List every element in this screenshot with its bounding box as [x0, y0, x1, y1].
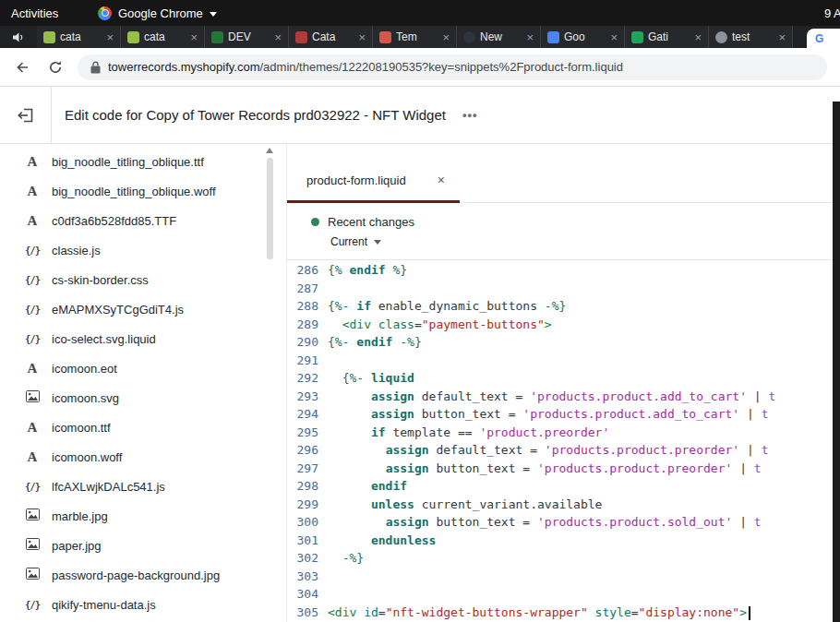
file-list-item[interactable]: Aicomoon.woff: [0, 442, 286, 472]
code-line-row: 291: [287, 352, 840, 370]
tab-close-icon[interactable]: ×: [274, 31, 282, 43]
font-icon: A: [24, 420, 41, 436]
file-list-item[interactable]: {/}cs-skin-border.css: [0, 265, 286, 294]
browser-tab-active-partial[interactable]: G: [807, 29, 840, 48]
tab-title: Cata: [312, 30, 354, 43]
browser-toolbar: towerrecords.myshopify.com/admin/themes/…: [0, 48, 840, 87]
reload-button[interactable]: [44, 56, 66, 78]
scrollbar-thumb[interactable]: [267, 158, 273, 259]
line-number: 305: [287, 604, 328, 622]
code-line-row: 300 assign button_text = 'products.produ…: [287, 513, 840, 532]
file-name: classie.js: [52, 244, 101, 257]
code-line[interactable]: <div class="payment-buttons">: [328, 316, 840, 334]
file-list-item[interactable]: Abig_noodle_titling_oblique.ttf: [0, 147, 286, 176]
file-list-item[interactable]: {/}qikify-tmenu-data.js: [0, 590, 286, 619]
tab-close-icon[interactable]: ×: [106, 31, 114, 43]
file-list-item[interactable]: {/}classie.js: [0, 235, 286, 265]
url-path: /admin/themes/122208190535?key=snippets%…: [259, 60, 623, 74]
line-number: 287: [287, 280, 328, 298]
scroll-up-icon[interactable]: [266, 148, 273, 153]
code-line[interactable]: assign button_text = 'products.product.s…: [328, 513, 840, 532]
page-scrollbar[interactable]: [833, 102, 840, 622]
browser-tab[interactable]: DEV×: [205, 26, 289, 48]
code-line[interactable]: [328, 585, 840, 604]
address-bar[interactable]: towerrecords.myshopify.com/admin/themes/…: [78, 54, 827, 80]
tab-close-icon[interactable]: ×: [442, 31, 450, 43]
browser-tab[interactable]: cata×: [37, 26, 121, 48]
line-number: 290: [287, 333, 328, 352]
tab-close-icon[interactable]: ×: [190, 31, 198, 43]
code-line[interactable]: assign default_text = 'products.product.…: [328, 388, 840, 406]
file-list-item[interactable]: Ac0df3a6b528fdd85.TTF: [0, 206, 286, 235]
tab-audio-icon[interactable]: [0, 26, 37, 48]
app-title-menu[interactable]: Google Chrome: [98, 6, 217, 20]
code-line[interactable]: endif: [328, 477, 840, 496]
file-list-item[interactable]: Aicomoon.eot: [0, 353, 286, 383]
code-line[interactable]: [328, 352, 840, 370]
browser-tab[interactable]: cata×: [121, 26, 205, 48]
code-line[interactable]: <div id="nft-widget-buttons-wrapper" sty…: [328, 604, 840, 622]
browser-tab[interactable]: Cata×: [289, 26, 373, 48]
browser-tab[interactable]: Tem×: [373, 26, 457, 48]
code-editor[interactable]: 286{% endif %}287288{%- if enable_dynami…: [287, 261, 840, 622]
shopify-favicon: [43, 31, 55, 43]
code-line[interactable]: assign default_text = 'products.product.…: [328, 441, 840, 460]
editor-file-tab[interactable]: product-form.liquid ×: [287, 160, 460, 203]
page-header: Edit code for Copy of Tower Records prd0…: [0, 87, 840, 144]
sidebar-scrollbar[interactable]: [265, 148, 274, 259]
text-cursor: [749, 606, 750, 620]
file-list-item[interactable]: Aicomoon.ttf: [0, 413, 286, 442]
version-dropdown[interactable]: Current: [330, 235, 840, 248]
code-line[interactable]: endunless: [328, 532, 840, 550]
code-line[interactable]: if template == 'product.preorder': [328, 424, 840, 442]
code-line[interactable]: [328, 568, 840, 586]
browser-tab[interactable]: New×: [457, 26, 541, 48]
browser-tab[interactable]: Goo×: [541, 26, 625, 48]
code-icon: {/}: [24, 333, 41, 344]
tab-close-icon[interactable]: ×: [610, 31, 618, 43]
code-icon: {/}: [24, 245, 41, 256]
tab-close-icon[interactable]: ×: [694, 31, 702, 43]
file-name: ico-select.svg.liquid: [52, 332, 156, 346]
code-line[interactable]: [328, 280, 840, 298]
url-text: towerrecords.myshopify.com/admin/themes/…: [108, 60, 623, 74]
editor-tab-close-icon[interactable]: ×: [438, 173, 445, 187]
font-icon: A: [24, 154, 41, 170]
file-list-item[interactable]: {/}eMAPMXSyTCgGdiT4.js: [0, 294, 286, 324]
code-line[interactable]: assign button_text = 'products.product.p…: [328, 460, 840, 478]
code-line[interactable]: {%- if enable_dynamic_buttons -%}: [328, 297, 840, 316]
file-list-item[interactable]: marble.jpg: [0, 501, 286, 531]
line-number: 297: [287, 460, 328, 478]
code-line[interactable]: {% endif %}: [328, 261, 840, 280]
code-icon: {/}: [24, 481, 41, 492]
tab-close-icon[interactable]: ×: [778, 31, 786, 43]
file-list-item[interactable]: Abig_noodle_titling_oblique.woff: [0, 176, 286, 206]
code-line[interactable]: assign button_text = 'products.product.a…: [328, 405, 840, 424]
google-ads-favicon: [547, 31, 559, 43]
more-actions-button[interactable]: •••: [462, 108, 478, 122]
file-list-item[interactable]: password-page-background.jpg: [0, 560, 286, 590]
code-line-row: 287: [287, 280, 840, 298]
line-number: 288: [287, 297, 328, 316]
file-list-item[interactable]: paper.jpg: [0, 531, 286, 560]
file-name: big_noodle_titling_oblique.ttf: [52, 155, 204, 169]
file-name: cs-skin-border.css: [52, 273, 149, 287]
browser-tab[interactable]: Gati×: [625, 26, 709, 48]
activities-button[interactable]: Activities: [11, 6, 58, 20]
back-button[interactable]: [11, 56, 33, 78]
code-line[interactable]: unless current_variant.available: [328, 496, 840, 514]
file-list-item[interactable]: {/}lfcAXLwjkDALc541.js: [0, 472, 286, 501]
code-line[interactable]: {%- liquid: [328, 369, 840, 388]
code-line-row: 294 assign button_text = 'products.produ…: [287, 405, 840, 424]
exit-editor-button[interactable]: [0, 87, 52, 143]
tab-close-icon[interactable]: ×: [526, 31, 534, 43]
file-list-item[interactable]: icomoon.svg: [0, 383, 286, 413]
file-list-item[interactable]: {/}ico-select.svg.liquid: [0, 324, 286, 353]
file-name: big_noodle_titling_oblique.woff: [52, 185, 216, 198]
code-line[interactable]: {%- endif -%}: [328, 333, 840, 352]
code-line[interactable]: -%}: [328, 549, 840, 568]
browser-tab[interactable]: test×: [709, 26, 793, 48]
tab-close-icon[interactable]: ×: [358, 31, 366, 43]
line-number: 301: [287, 532, 328, 550]
tabs-holder: cata×cata×DEV×Cata×Tem×New×Goo×Gati×test…: [37, 26, 793, 48]
